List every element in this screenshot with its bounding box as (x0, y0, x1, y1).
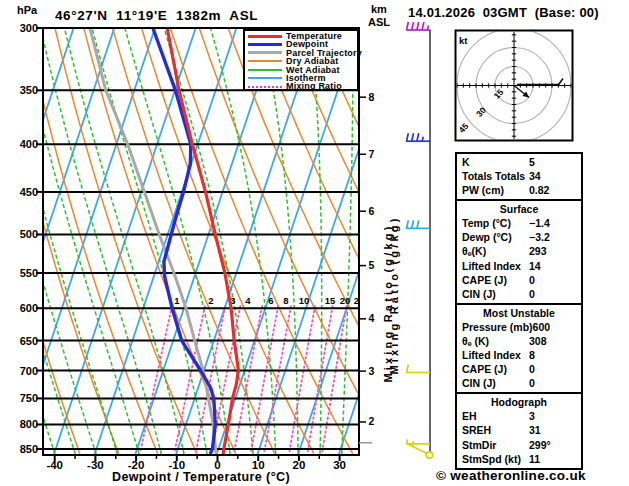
table-row-label: Lifted Index (462, 259, 529, 273)
table-row: CIN (J)0 (462, 287, 581, 301)
dry-adiabat-line (113, 28, 275, 454)
table-row: K5 (462, 155, 581, 169)
table-section-header: Surface (462, 202, 581, 216)
wind-barb-tick (407, 22, 409, 30)
km-tick-label: 3 (369, 365, 375, 377)
table-row-label: θₑ(K) (462, 244, 529, 258)
dry-adiabat-line (228, 28, 431, 454)
wind-barb-half-tick (427, 26, 428, 31)
hodograph-area: 153045 (457, 28, 571, 142)
mixing-ratio-value-label: 4 (245, 295, 251, 306)
table-row-value: 0 (529, 377, 535, 389)
legend-box: Temperature Dewpoint Parcel Trajectory D… (243, 29, 359, 91)
watermark: © weatheronline.co.uk (436, 468, 586, 483)
table-row-label: StmDir (462, 438, 529, 452)
mixing-ratio-value-label: 6 (268, 295, 273, 306)
table-row: Lifted Index14 (462, 259, 581, 273)
temp-tick-label: -40 (46, 459, 63, 471)
pressure-unit-label: hPa (17, 4, 38, 16)
temp-tick-label: -30 (87, 459, 104, 471)
wind-barb-half-tick (422, 137, 423, 142)
hodograph-trace (517, 79, 563, 85)
dry-adiabat-line (26, 28, 158, 454)
table-row-label: Lifted Index (462, 348, 529, 362)
table-row: θₑ (K)308 (462, 334, 581, 348)
table-row-value: 14 (529, 260, 541, 272)
km-tick-label: 4 (369, 312, 375, 324)
table-row-value: 3 (529, 410, 535, 422)
table-row-value: 308 (529, 335, 547, 347)
table-row-label: PW (cm) (462, 183, 529, 197)
temp-tick-label: 30 (333, 459, 346, 471)
hodograph-ring-label: 45 (457, 121, 471, 135)
mixing-ratio-value-label: 10 (299, 295, 310, 306)
surface-wind-shaft (408, 444, 428, 454)
table-row-label: CAPE (J) (462, 362, 529, 376)
mixing-ratio-value-label: 15 (325, 295, 336, 306)
table-row: PW (cm)0.82 (462, 183, 581, 197)
km-tick-label: 5 (369, 259, 375, 271)
mixing-ratio-line (264, 306, 291, 452)
wind-barb-half-tick (407, 439, 408, 444)
dry-adiabat-line (257, 28, 470, 454)
table-row-value: 600 (533, 321, 551, 333)
asl-axis-unit: ASL (368, 16, 390, 28)
wind-barb-tick (407, 365, 409, 373)
table-row-value: 293 (529, 245, 547, 257)
mixing-ratio-axis-label: Mixing Ratio (g/kg) (382, 223, 394, 382)
km-tick-label: 2 (369, 415, 375, 427)
hodograph-unit-label: kt (459, 35, 468, 46)
wind-barb-tick (412, 220, 414, 228)
table-row-value: 0 (529, 363, 535, 375)
table-row-label: θₑ (K) (462, 334, 529, 348)
parcel-line-swatch (248, 51, 282, 54)
isotherm-line (257, 28, 399, 455)
table-row-value: −3.2 (529, 231, 550, 243)
dewpoint-line-swatch (248, 43, 282, 46)
table-section: K5Totals Totals34PW (cm)0.82 (457, 154, 581, 199)
table-row-label: EH (462, 409, 529, 423)
table-row-value: 299° (529, 439, 551, 451)
chart-title: 46°27'N 11°19'E 1382m ASL (55, 8, 258, 23)
wet-adiabat-line-swatch (248, 69, 282, 71)
table-section: HodographEH3SREH31StmDir299°StmSpd (kt)1… (457, 392, 581, 467)
chart-date: 14.01.2026 03GMT (Base: 00) (408, 5, 599, 20)
legend-item-mixing-ratio: Mixing Ratio (248, 82, 357, 90)
table-row-value: 0 (529, 288, 535, 300)
mixing-ratio-line-swatch (248, 86, 282, 88)
skewt-screenshot: 1234681015202530035040045050055060065070… (0, 0, 629, 486)
wind-barb-tick (412, 22, 414, 30)
wind-barb-tick (412, 133, 414, 141)
wind-barb-tick (417, 22, 419, 30)
x-axis-title: Dewpoint / Temperature (°C) (112, 470, 290, 484)
table-row-label: StmSpd (kt) (462, 452, 529, 466)
pressure-tick-label: 550 (20, 267, 38, 279)
table-row: Totals Totals34 (462, 169, 581, 183)
table-row: CAPE (J)0 (462, 273, 581, 287)
table-row: Temp (°C)−1.4 (462, 216, 581, 230)
table-row-label: SREH (462, 423, 529, 437)
table-row-label: Pressure (mb) (462, 320, 533, 334)
mixing-ratio-value-label: 20 (340, 295, 351, 306)
table-section-header: Hodograph (462, 395, 581, 409)
table-row-value: 0 (529, 274, 535, 286)
km-axis-unit: km (371, 3, 387, 15)
mixing-ratio-value-label: 2 (208, 295, 213, 306)
mixing-ratio-line (140, 306, 172, 452)
pressure-tick-label: 600 (20, 302, 38, 314)
table-row-label: Temp (°C) (462, 216, 529, 230)
wind-barb (406, 133, 430, 141)
table-row-label: CIN (J) (462, 376, 529, 390)
mixing-ratio-value-label: 1 (174, 295, 180, 306)
wind-barb (406, 365, 430, 373)
pressure-tick-label: 800 (20, 418, 38, 430)
table-row: StmSpd (kt)11 (462, 452, 581, 466)
table-row-label: K (462, 155, 529, 169)
pressure-tick-label: 850 (20, 443, 38, 455)
wind-barb (406, 22, 430, 30)
pressure-tick-label: 350 (20, 84, 38, 96)
table-row-value: −1.4 (529, 217, 550, 229)
pressure-tick-label: 400 (20, 138, 38, 150)
wind-barb (406, 220, 430, 228)
table-row: Lifted Index8 (462, 348, 581, 362)
